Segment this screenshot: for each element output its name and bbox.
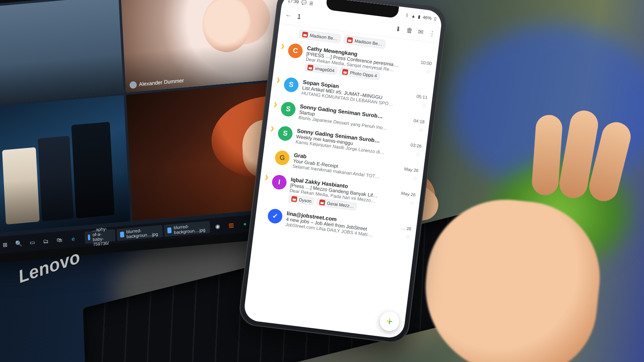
importance-marker-icon: ❯ — [278, 43, 285, 68]
back-icon[interactable]: ← — [285, 12, 292, 20]
importance-marker-icon: ❯ — [269, 125, 275, 141]
tab-label: blurred-backgroun....jpg — [126, 226, 159, 239]
gallery-tile[interactable] — [0, 0, 123, 104]
file-icon — [307, 65, 314, 71]
app-icon[interactable]: ▥ — [225, 218, 237, 232]
star-icon[interactable]: ☆ — [415, 150, 421, 158]
tab-label: ...aphy-of-a-baby-759736/ — [92, 226, 113, 247]
file-icon — [167, 227, 172, 233]
sender-avatar[interactable]: I — [271, 174, 287, 190]
task-view-icon[interactable]: ▭ — [26, 236, 38, 249]
phone-screen: 17:39 💬 ☰ ᛒ ▲ ▮ 46% ▯ ← 1 ⬇︎ 🗑 — [243, 0, 443, 339]
tab-label: blurred-backgroun....jpg — [173, 222, 207, 235]
file-icon — [319, 200, 326, 206]
photo-scene: Alexander Dummer + ♡ — [0, 0, 644, 362]
file-icon — [342, 69, 349, 75]
importance-marker-icon — [259, 208, 265, 224]
star-icon[interactable]: ☆ — [405, 233, 411, 241]
archive-icon[interactable]: ⬇︎ — [395, 25, 401, 33]
slides-icon — [302, 31, 308, 38]
file-explorer-icon[interactable]: 🗂 — [39, 234, 52, 248]
battery-icon: ▯ — [434, 16, 437, 21]
chrome-icon[interactable]: ◉ — [211, 220, 224, 233]
importance-marker-icon: ❯ — [275, 77, 281, 93]
sender-avatar[interactable]: G — [274, 150, 290, 166]
search-icon[interactable]: 🔍 — [12, 237, 25, 250]
delete-icon[interactable]: 🗑 — [406, 27, 413, 35]
taskbar-tab[interactable]: blurred-backgroun....jpg — [164, 221, 210, 237]
taskbar-tab[interactable]: ...aphy-of-a-baby-759736/ — [85, 229, 116, 244]
status-time: 17:39 — [287, 0, 299, 4]
photo-author[interactable]: Alexander Dummer — [129, 77, 184, 89]
mark-unread-icon[interactable]: ✉ — [418, 28, 424, 36]
wifi-icon: ▲ — [411, 13, 416, 19]
overflow-menu-icon[interactable]: ⋮ — [429, 29, 436, 37]
sender-avatar[interactable]: S — [280, 101, 296, 117]
sender-avatar[interactable]: S — [283, 77, 299, 93]
cafe-graphic — [0, 109, 119, 224]
star-icon[interactable]: ☆ — [425, 68, 431, 75]
bluetooth-icon: ᛒ — [406, 12, 409, 18]
attachment-chip[interactable]: Dyson — [288, 194, 315, 206]
star-icon[interactable]: ☆ — [409, 199, 415, 207]
gmail-app: ← 1 ⬇︎ 🗑 ✉ ⋮ Madison Be… Madison Be… ❯CC… — [243, 6, 442, 339]
star-icon[interactable]: ☆ — [418, 126, 424, 134]
importance-marker-icon: ❯ — [272, 101, 278, 117]
compose-plus-icon: + — [386, 315, 394, 328]
battery-percent: 46% — [423, 14, 432, 21]
file-icon — [88, 234, 90, 240]
slides-icon — [347, 37, 353, 43]
file-icon — [291, 196, 297, 202]
notification-icon: 💬 — [301, 0, 307, 5]
importance-marker-icon: ❯ — [262, 175, 268, 200]
gallery-tile-cafe[interactable] — [0, 95, 130, 233]
sender-avatar[interactable]: S — [277, 125, 293, 142]
author-name: Alexander Dummer — [139, 78, 184, 88]
star-icon[interactable]: ☆ — [421, 102, 427, 109]
taskbar-tab[interactable]: blurred-backgroun....jpg — [116, 225, 163, 241]
sender-avatar[interactable]: C — [287, 43, 303, 59]
notification-icon: ☰ — [309, 0, 314, 6]
star-icon[interactable]: ☆ — [412, 175, 418, 182]
sender-avatar[interactable]: ✓ — [267, 208, 283, 224]
store-icon[interactable]: 🛍 — [53, 233, 66, 247]
chip-label: Madison Be… — [310, 33, 338, 41]
chip-label: Madison Be… — [354, 38, 382, 46]
signal-icon: ▮ — [418, 14, 421, 20]
file-icon — [120, 232, 124, 238]
inbox-list[interactable]: ❯CCathy Mewengkang10:00[PRESS …] Press C… — [243, 37, 438, 339]
baby-face-graphic — [201, 0, 252, 54]
importance-marker-icon — [266, 150, 272, 166]
edge-icon[interactable]: e — [67, 232, 79, 245]
start-button[interactable]: ⊞ — [0, 238, 11, 251]
author-avatar — [129, 81, 137, 89]
